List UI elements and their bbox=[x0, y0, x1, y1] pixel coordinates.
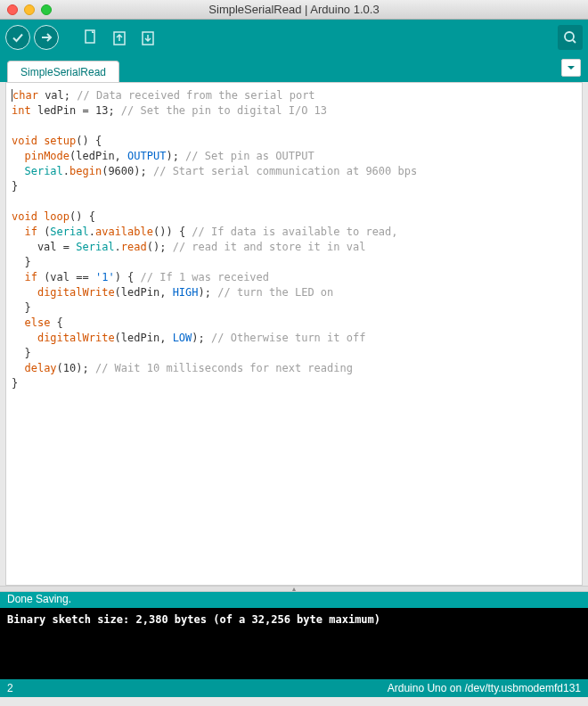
svg-point-3 bbox=[565, 32, 574, 41]
save-button[interactable] bbox=[135, 25, 160, 50]
tab-menu-button[interactable] bbox=[561, 59, 581, 77]
tab-simpleserialread[interactable]: SimpleSerialRead bbox=[7, 61, 119, 82]
verify-button[interactable] bbox=[5, 25, 30, 50]
console-line: Binary sketch size: 2,380 bytes (of a 32… bbox=[7, 613, 581, 626]
toolbar bbox=[0, 20, 588, 55]
serial-monitor-button[interactable] bbox=[558, 25, 583, 50]
status-bar: Done Saving. bbox=[0, 592, 588, 608]
tab-bar: SimpleSerialRead bbox=[0, 55, 588, 82]
close-icon[interactable] bbox=[7, 4, 18, 15]
minimize-icon[interactable] bbox=[24, 4, 35, 15]
upload-button[interactable] bbox=[34, 25, 59, 50]
maximize-icon[interactable] bbox=[41, 4, 52, 15]
code-editor[interactable]: char val; // Data received from the seri… bbox=[5, 82, 583, 586]
footer-bar: 2 Arduino Uno on /dev/tty.usbmodemfd131 bbox=[0, 679, 588, 697]
code-content[interactable]: char val; // Data received from the seri… bbox=[6, 83, 582, 397]
line-number: 2 bbox=[7, 682, 13, 694]
window-titlebar: SimpleSerialRead | Arduino 1.0.3 bbox=[0, 0, 588, 20]
open-file-button[interactable] bbox=[107, 25, 132, 50]
splitter-handle[interactable]: ▴ bbox=[0, 586, 588, 592]
board-port-label: Arduino Uno on /dev/tty.usbmodemfd131 bbox=[13, 682, 581, 694]
console-output[interactable]: Binary sketch size: 2,380 bytes (of a 32… bbox=[0, 608, 588, 679]
window-title: SimpleSerialRead | Arduino 1.0.3 bbox=[0, 3, 588, 16]
traffic-lights bbox=[7, 4, 52, 15]
new-file-button[interactable] bbox=[78, 25, 103, 50]
